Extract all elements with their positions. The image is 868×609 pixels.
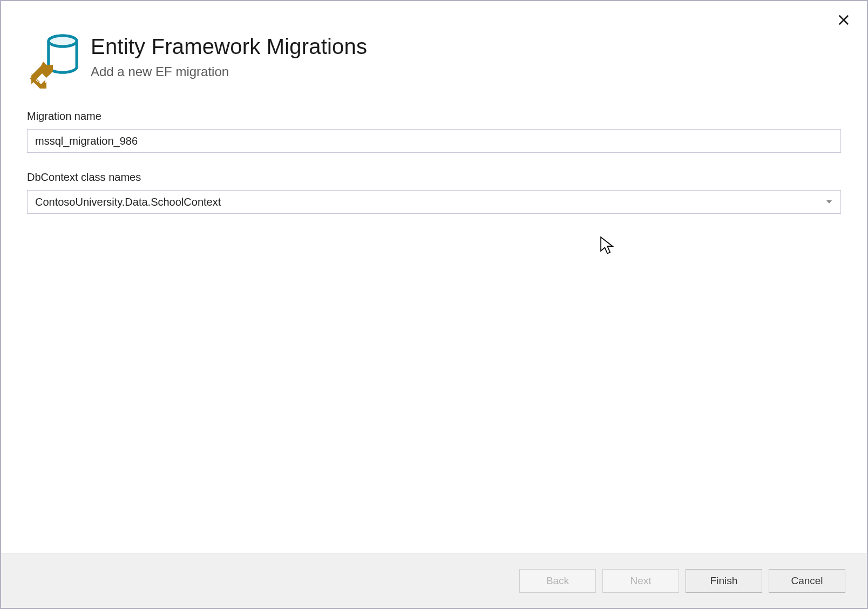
dialog-window: Entity Framework Migrations Add a new EF… <box>0 0 868 609</box>
migration-name-field: Migration name <box>27 110 841 153</box>
dialog-subtitle: Add a new EF migration <box>91 64 367 79</box>
cancel-button[interactable]: Cancel <box>769 569 845 593</box>
dbcontext-selected-value: ContosoUniversity.Data.SchoolContext <box>35 196 221 208</box>
svg-point-4 <box>49 36 77 46</box>
dialog-body: Migration name DbContext class names Con… <box>1 99 867 553</box>
back-button: Back <box>519 569 596 593</box>
dbcontext-label: DbContext class names <box>27 171 841 184</box>
dialog-title: Entity Framework Migrations <box>91 35 367 59</box>
dialog-footer: Back Next Finish Cancel <box>1 553 867 608</box>
next-button: Next <box>602 569 679 593</box>
dbcontext-field: DbContext class names ContosoUniversity.… <box>27 171 841 214</box>
dbcontext-combo[interactable]: ContosoUniversity.Data.SchoolContext <box>27 190 841 214</box>
dialog-header: Entity Framework Migrations Add a new EF… <box>1 1 867 99</box>
close-icon <box>838 14 850 26</box>
ef-migration-icon <box>27 31 79 91</box>
finish-button[interactable]: Finish <box>686 569 762 593</box>
migration-name-input[interactable] <box>27 129 841 153</box>
close-button[interactable] <box>835 11 853 29</box>
chevron-down-icon <box>826 200 832 204</box>
migration-name-label: Migration name <box>27 110 841 123</box>
